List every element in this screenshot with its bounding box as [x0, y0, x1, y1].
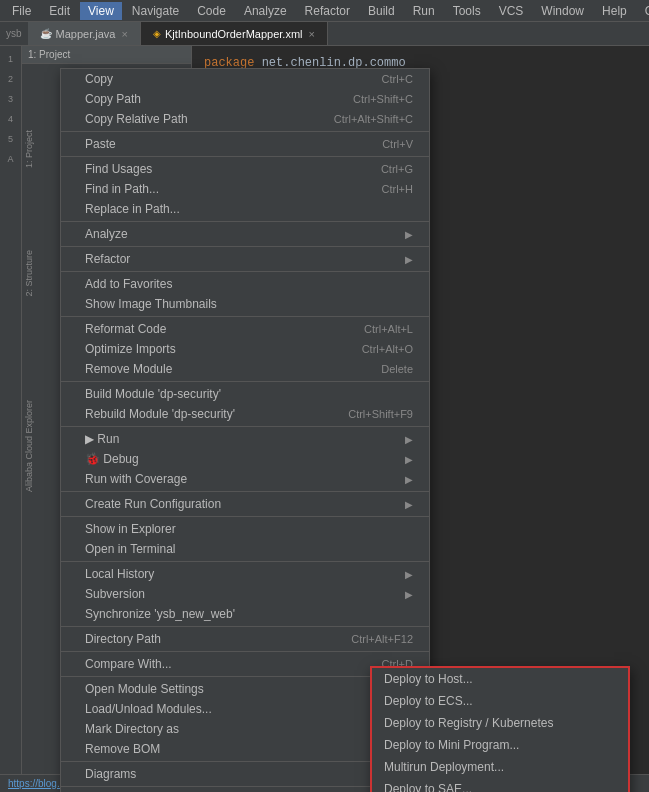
separator-1	[61, 131, 429, 132]
menu-bar: File Edit View Navigate Code Analyze Ref…	[0, 0, 649, 22]
menu-view[interactable]: View	[80, 2, 122, 20]
separator-12	[61, 626, 429, 627]
tab-bar: ysb ☕ Mapper.java × ◈ KjtInboundOrderMap…	[0, 22, 649, 46]
sidebar-icon-structure[interactable]: 2	[2, 70, 20, 88]
separator-11	[61, 561, 429, 562]
submenu-arrow-run-config: ▶	[405, 499, 413, 510]
separator-7	[61, 381, 429, 382]
separator-6	[61, 316, 429, 317]
menu-code[interactable]: Code	[189, 2, 234, 20]
menu-item-build-module[interactable]: Build Module 'dp-security'	[61, 384, 429, 404]
menu-item-synchronize[interactable]: Synchronize 'ysb_new_web'	[61, 604, 429, 624]
separator-4	[61, 246, 429, 247]
menu-item-remove-module[interactable]: Remove Module Delete	[61, 359, 429, 379]
submenu-deploy-ecs[interactable]: Deploy to ECS...	[372, 690, 628, 712]
separator-2	[61, 156, 429, 157]
submenu-arrow-coverage: ▶	[405, 474, 413, 485]
menu-tools[interactable]: Tools	[445, 2, 489, 20]
menu-other[interactable]: Other	[637, 2, 649, 20]
menu-refactor[interactable]: Refactor	[297, 2, 358, 20]
menu-item-copy[interactable]: Copy Ctrl+C	[61, 69, 429, 89]
submenu-deploy-host[interactable]: Deploy to Host...	[372, 668, 628, 690]
submenu-deploy-registry-k8s[interactable]: Deploy to Registry / Kubernetes	[372, 712, 628, 734]
menu-analyze[interactable]: Analyze	[236, 2, 295, 20]
sidebar-icon-favorites[interactable]: 5	[2, 130, 20, 148]
tab-mapper-xml[interactable]: ◈ KjtInboundOrderMapper.xml ×	[141, 22, 328, 45]
menu-item-refactor[interactable]: Refactor ▶	[61, 249, 429, 269]
tab-mapper-java[interactable]: ☕ Mapper.java ×	[28, 22, 141, 45]
alibaba-cloud-submenu: Deploy to Host... Deploy to ECS... Deplo…	[370, 666, 630, 792]
submenu-arrow-analyze: ▶	[405, 229, 413, 240]
menu-item-find-in-path[interactable]: Find in Path... Ctrl+H	[61, 179, 429, 199]
menu-item-debug[interactable]: 🐞 Debug ▶	[61, 449, 429, 469]
main-layout: 1 2 3 4 5 A 1: Project 1: Project 2: Str…	[0, 46, 649, 792]
sidebar-icon-project[interactable]: 1	[2, 50, 20, 68]
menu-help[interactable]: Help	[594, 2, 635, 20]
menu-item-show-explorer[interactable]: Show in Explorer	[61, 519, 429, 539]
separator-13	[61, 651, 429, 652]
menu-item-local-history[interactable]: Local History ▶	[61, 564, 429, 584]
menu-item-create-run-config[interactable]: Create Run Configuration ▶	[61, 494, 429, 514]
menu-item-reformat[interactable]: Reformat Code Ctrl+Alt+L	[61, 319, 429, 339]
left-sidebar: 1 2 3 4 5 A	[0, 46, 22, 792]
menu-item-paste[interactable]: Paste Ctrl+V	[61, 134, 429, 154]
submenu-arrow-subversion: ▶	[405, 589, 413, 600]
menu-item-copy-relative-path[interactable]: Copy Relative Path Ctrl+Alt+Shift+C	[61, 109, 429, 129]
menu-navigate[interactable]: Navigate	[124, 2, 187, 20]
separator-3	[61, 221, 429, 222]
menu-item-add-favorites[interactable]: Add to Favorites	[61, 274, 429, 294]
submenu-multirun-deployment[interactable]: Multirun Deployment...	[372, 756, 628, 778]
menu-item-rebuild-module[interactable]: Rebuild Module 'dp-security' Ctrl+Shift+…	[61, 404, 429, 424]
menu-build[interactable]: Build	[360, 2, 403, 20]
project-panel-header: 1: Project	[22, 46, 191, 64]
submenu-arrow-run: ▶	[405, 434, 413, 445]
menu-vcs[interactable]: VCS	[491, 2, 532, 20]
menu-item-analyze[interactable]: Analyze ▶	[61, 224, 429, 244]
menu-item-run[interactable]: ▶ Run ▶	[61, 429, 429, 449]
submenu-arrow-refactor: ▶	[405, 254, 413, 265]
menu-item-find-usages[interactable]: Find Usages Ctrl+G	[61, 159, 429, 179]
menu-file[interactable]: File	[4, 2, 39, 20]
submenu-arrow-debug: ▶	[405, 454, 413, 465]
sidebar-icon-alibaba[interactable]: A	[2, 150, 20, 168]
menu-item-directory-path[interactable]: Directory Path Ctrl+Alt+F12	[61, 629, 429, 649]
menu-run[interactable]: Run	[405, 2, 443, 20]
menu-item-show-thumbnails[interactable]: Show Image Thumbnails	[61, 294, 429, 314]
menu-item-optimize-imports[interactable]: Optimize Imports Ctrl+Alt+O	[61, 339, 429, 359]
separator-5	[61, 271, 429, 272]
menu-item-replace-in-path[interactable]: Replace in Path...	[61, 199, 429, 219]
separator-9	[61, 491, 429, 492]
menu-item-run-coverage[interactable]: Run with Coverage ▶	[61, 469, 429, 489]
menu-item-open-terminal[interactable]: Open in Terminal	[61, 539, 429, 559]
sidebar-icon-web[interactable]: 4	[2, 110, 20, 128]
menu-window[interactable]: Window	[533, 2, 592, 20]
menu-item-subversion[interactable]: Subversion ▶	[61, 584, 429, 604]
menu-item-copy-path[interactable]: Copy Path Ctrl+Shift+C	[61, 89, 429, 109]
sidebar-icon-explorer[interactable]: 3	[2, 90, 20, 108]
submenu-deploy-mini-program[interactable]: Deploy to Mini Program...	[372, 734, 628, 756]
submenu-arrow-local-history: ▶	[405, 569, 413, 580]
menu-edit[interactable]: Edit	[41, 2, 78, 20]
submenu-deploy-sae[interactable]: Deploy to SAE...	[372, 778, 628, 792]
separator-8	[61, 426, 429, 427]
separator-10	[61, 516, 429, 517]
